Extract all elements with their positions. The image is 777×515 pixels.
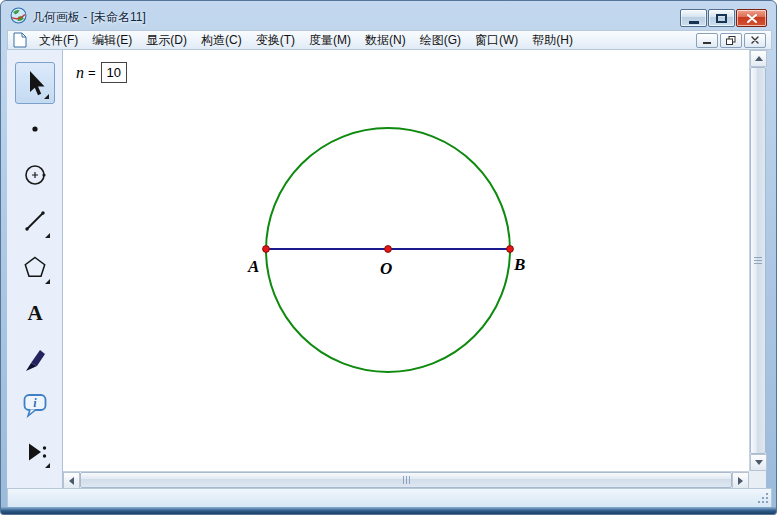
maximize-button[interactable]: [708, 9, 735, 27]
app-logo-icon: [10, 7, 27, 24]
tool-palette: A i: [7, 50, 63, 488]
vertical-scrollbar-thumb[interactable]: [750, 67, 766, 454]
scroll-left-button[interactable]: [63, 472, 80, 489]
mdi-restore-icon: [726, 36, 736, 45]
status-bar: [7, 488, 772, 509]
title-bar: 几何画板 - [未命名11]: [1, 1, 776, 30]
down-arrow-icon: [755, 460, 763, 465]
point-icon: [20, 114, 50, 144]
polygon-icon: [20, 252, 50, 282]
app-window: 几何画板 - [未命名11] 文件(F) 编辑(E) 显示(D) 构造(C) 变…: [0, 0, 777, 515]
information-tool[interactable]: i: [7, 382, 63, 428]
flyout-indicator-icon: [45, 233, 50, 238]
point-O[interactable]: [385, 246, 392, 253]
close-icon: [747, 14, 757, 23]
menu-item-display[interactable]: 显示(D): [139, 31, 194, 49]
svg-text:A: A: [27, 301, 43, 325]
scroll-up-button[interactable]: [750, 50, 767, 67]
vertical-scrollbar[interactable]: [749, 50, 766, 471]
straightedge-icon: [20, 206, 50, 236]
point-B[interactable]: [507, 246, 514, 253]
menu-item-help[interactable]: 帮助(H): [525, 31, 580, 49]
minimize-button[interactable]: [680, 9, 707, 27]
marker-pen-icon: [20, 344, 50, 374]
label-B[interactable]: B: [513, 255, 525, 274]
minimize-icon: [689, 21, 699, 24]
flyout-indicator-icon: [44, 94, 49, 99]
scroll-right-button[interactable]: [732, 472, 749, 489]
menu-bar: 文件(F) 编辑(E) 显示(D) 构造(C) 变换(T) 度量(M) 数据(N…: [7, 30, 772, 50]
menu-item-edit[interactable]: 编辑(E): [85, 31, 139, 49]
label-O[interactable]: O: [380, 259, 392, 278]
text-tool[interactable]: A: [7, 290, 63, 336]
left-arrow-icon: [69, 477, 74, 485]
flyout-indicator-icon: [45, 463, 50, 468]
right-arrow-icon: [738, 477, 743, 485]
maximize-icon: [716, 14, 727, 23]
flyout-indicator-icon: [45, 279, 50, 284]
sketch-canvas[interactable]: n = 10 A O B: [63, 50, 749, 471]
menu-item-file[interactable]: 文件(F): [32, 31, 85, 49]
polygon-tool[interactable]: [7, 244, 63, 290]
close-button[interactable]: [736, 9, 767, 27]
mdi-close-button[interactable]: [744, 33, 766, 48]
menu-item-transform[interactable]: 变换(T): [249, 31, 302, 49]
scrollbar-grip-icon: [754, 257, 762, 258]
mdi-restore-button[interactable]: [720, 33, 742, 48]
window-bottom-frame: [1, 507, 776, 514]
point-tool[interactable]: [7, 106, 63, 152]
custom-tool[interactable]: [7, 428, 63, 474]
scrollbar-grip-icon: [403, 476, 404, 484]
horizontal-scrollbar[interactable]: [63, 471, 749, 488]
window-title: 几何画板 - [未命名11]: [32, 9, 146, 26]
scrollbar-corner: [749, 471, 766, 488]
marker-tool[interactable]: [7, 336, 63, 382]
compass-circle-icon: [20, 160, 50, 190]
geometry-figure: A O B: [63, 50, 749, 471]
information-icon: i: [20, 390, 50, 420]
menu-item-data[interactable]: 数据(N): [358, 31, 413, 49]
mdi-minimize-button[interactable]: [696, 33, 718, 48]
selection-arrow-tool[interactable]: [7, 60, 63, 106]
mdi-window-controls: [696, 33, 766, 48]
up-arrow-icon: [755, 56, 763, 61]
scroll-down-button[interactable]: [750, 454, 767, 471]
straightedge-tool[interactable]: [7, 198, 63, 244]
menu-item-window[interactable]: 窗口(W): [468, 31, 525, 49]
custom-tool-icon: [20, 436, 50, 466]
mdi-minimize-icon: [703, 42, 711, 44]
document-icon[interactable]: [13, 32, 27, 48]
label-A[interactable]: A: [247, 257, 259, 276]
menu-item-measure[interactable]: 度量(M): [302, 31, 358, 49]
compass-tool[interactable]: [7, 152, 63, 198]
menu-item-construct[interactable]: 构造(C): [194, 31, 249, 49]
menu-item-graph[interactable]: 绘图(G): [413, 31, 468, 49]
text-icon: A: [20, 298, 50, 328]
resize-grip[interactable]: [756, 493, 768, 505]
mdi-close-icon: [751, 36, 759, 44]
horizontal-scrollbar-thumb[interactable]: [80, 472, 732, 488]
window-controls: [680, 9, 767, 27]
point-A[interactable]: [263, 246, 270, 253]
